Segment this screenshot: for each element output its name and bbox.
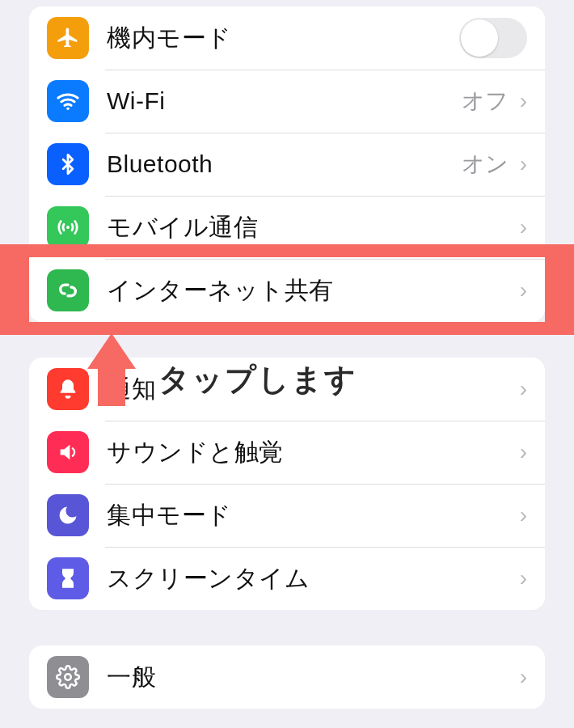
row-screentime[interactable]: スクリーンタイム › xyxy=(29,547,545,610)
row-wifi[interactable]: Wi-Fi オフ › xyxy=(29,70,545,133)
chevron-icon: › xyxy=(520,277,527,303)
settings-group-general: 一般 › xyxy=(29,645,545,709)
hotspot-icon xyxy=(47,269,89,311)
row-sounds[interactable]: サウンドと触覚 › xyxy=(29,421,545,484)
wifi-label: Wi-Fi xyxy=(107,87,462,115)
wifi-icon xyxy=(47,80,89,122)
sounds-label: サウンドと触覚 xyxy=(107,436,517,469)
row-general[interactable]: 一般 › xyxy=(29,645,545,709)
bluetooth-value: オン xyxy=(462,149,509,180)
chevron-icon: › xyxy=(520,214,527,240)
row-focus[interactable]: 集中モード › xyxy=(29,484,545,547)
cellular-label: モバイル通信 xyxy=(107,211,517,244)
bluetooth-label: Bluetooth xyxy=(107,150,462,178)
screentime-icon xyxy=(47,557,89,599)
airplane-toggle-knob xyxy=(461,19,498,57)
chevron-icon: › xyxy=(520,151,527,177)
cellular-icon xyxy=(47,206,89,248)
chevron-icon: › xyxy=(520,88,527,114)
svg-point-0 xyxy=(66,108,69,110)
general-icon xyxy=(47,656,89,698)
svg-point-1 xyxy=(66,226,70,229)
svg-point-2 xyxy=(65,674,71,680)
general-label: 一般 xyxy=(107,661,517,694)
row-airplane-mode[interactable]: 機内モード xyxy=(29,6,545,70)
row-personal-hotspot[interactable]: インターネット共有 › xyxy=(29,259,545,322)
chevron-icon: › xyxy=(520,439,527,465)
focus-label: 集中モード xyxy=(107,499,517,532)
annotation-text: タップします xyxy=(158,359,357,400)
airplane-icon xyxy=(47,17,89,59)
focus-icon xyxy=(47,494,89,536)
airplane-label: 機内モード xyxy=(107,22,459,55)
chevron-icon: › xyxy=(520,565,527,591)
chevron-icon: › xyxy=(520,664,527,690)
wifi-value: オフ xyxy=(462,86,509,116)
chevron-icon: › xyxy=(520,502,527,528)
hotspot-label: インターネット共有 xyxy=(107,274,517,307)
row-bluetooth[interactable]: Bluetooth オン › xyxy=(29,133,545,196)
chevron-icon: › xyxy=(520,376,527,402)
screentime-label: スクリーンタイム xyxy=(107,562,517,595)
bluetooth-icon xyxy=(47,143,89,185)
settings-group-connectivity: 機内モード Wi-Fi オフ › Bluetooth オン › モバイル通信 ›… xyxy=(29,6,545,322)
sounds-icon xyxy=(47,431,89,473)
row-cellular[interactable]: モバイル通信 › xyxy=(29,196,545,259)
notifications-icon xyxy=(47,368,89,410)
airplane-toggle[interactable] xyxy=(459,18,527,58)
